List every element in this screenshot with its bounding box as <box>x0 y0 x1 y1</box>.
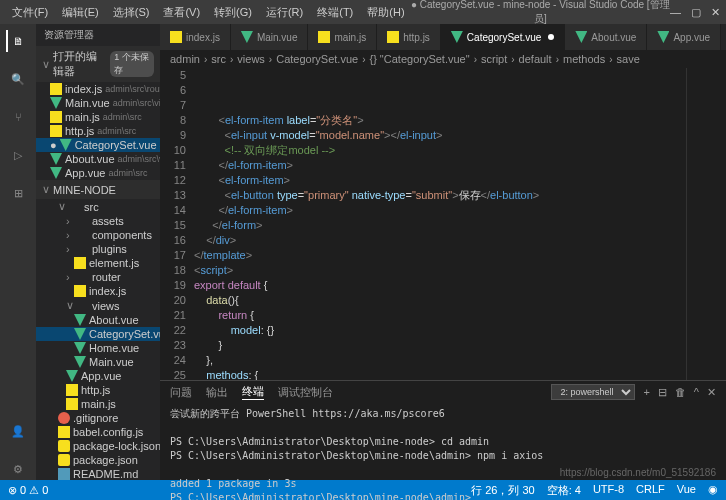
breadcrumb-item[interactable]: src <box>211 53 226 65</box>
tree-item[interactable]: About.vue <box>36 313 160 327</box>
code-editor[interactable]: 5678910111213141516171819202122232425262… <box>160 68 726 380</box>
tree-item[interactable]: main.js <box>36 397 160 411</box>
project-header[interactable]: ∨MINE-NODE <box>36 180 160 199</box>
add-terminal-icon[interactable]: + <box>643 386 649 398</box>
open-editor-item[interactable]: App.vue admin\src <box>36 166 160 180</box>
close-icon[interactable]: ✕ <box>711 6 720 19</box>
open-editor-item[interactable]: Main.vue admin\src\views <box>36 96 160 110</box>
trash-icon[interactable]: 🗑 <box>675 386 686 398</box>
status-item[interactable]: 行 26，列 30 <box>471 483 535 498</box>
editor-tab[interactable]: CategorySet.vue <box>441 24 566 50</box>
menu-item[interactable]: 终端(T) <box>311 3 359 22</box>
menu-item[interactable]: 转到(G) <box>208 3 258 22</box>
tree-item[interactable]: index.js <box>36 284 160 298</box>
editor-group: index.jsMain.vuemain.jshttp.jsCategorySe… <box>160 24 726 480</box>
window-title: ● CategorySet.vue - mine-node - Visual S… <box>411 0 670 26</box>
search-icon[interactable]: 🔍 <box>7 68 29 90</box>
breadcrumb-item[interactable]: default <box>519 53 552 65</box>
open-editor-item[interactable]: About.vue admin\src\vie... <box>36 152 160 166</box>
activity-bar: 🗎 🔍 ⑂ ▷ ⊞ 👤 ⚙ <box>0 24 36 480</box>
close-panel-icon[interactable]: ✕ <box>707 386 716 399</box>
source-control-icon[interactable]: ⑂ <box>7 106 29 128</box>
breadcrumb-item[interactable]: {} "CategorySet.vue" <box>369 53 469 65</box>
breadcrumb-item[interactable]: save <box>617 53 640 65</box>
menu-item[interactable]: 运行(R) <box>260 3 309 22</box>
status-errors[interactable]: ⊗ 0 ⚠ 0 <box>8 484 48 497</box>
breadcrumb-item[interactable]: views <box>237 53 265 65</box>
open-editor-item[interactable]: http.js admin\src <box>36 124 160 138</box>
sidebar-title: 资源管理器 <box>36 24 160 46</box>
tree-item[interactable]: ∨src <box>36 199 160 214</box>
panel-tab[interactable]: 输出 <box>206 385 228 400</box>
tree-item[interactable]: ›plugins <box>36 242 160 256</box>
breadcrumb-item[interactable]: methods <box>563 53 605 65</box>
breadcrumb[interactable]: admin › src › views › CategorySet.vue › … <box>160 50 726 68</box>
tree-item[interactable]: CategorySet.vue <box>36 327 160 341</box>
tree-item[interactable]: README.md <box>36 467 160 480</box>
panel-tab[interactable]: 问题 <box>170 385 192 400</box>
editor-tab[interactable]: About.vue <box>565 24 647 50</box>
open-editor-item[interactable]: ●CategorySet.vue admin... <box>36 138 160 152</box>
panel-tab[interactable]: 终端 <box>242 384 264 400</box>
editor-tabs: index.jsMain.vuemain.jshttp.jsCategorySe… <box>160 24 726 50</box>
editor-tab[interactable]: index.js <box>160 24 231 50</box>
status-item[interactable]: 空格: 4 <box>547 483 581 498</box>
breadcrumb-item[interactable]: script <box>481 53 507 65</box>
status-item[interactable]: UTF-8 <box>593 483 624 498</box>
menu-item[interactable]: 选择(S) <box>107 3 156 22</box>
panel-tabs: 问题输出终端调试控制台 2: powershell + ⊟ 🗑 ^ ✕ <box>160 381 726 403</box>
open-editor-item[interactable]: main.js admin\src <box>36 110 160 124</box>
status-item[interactable]: ◉ <box>708 483 718 498</box>
maximize-panel-icon[interactable]: ^ <box>694 386 699 398</box>
watermark: https://blog.csdn.net/m0_51592186 <box>560 467 716 478</box>
menu-item[interactable]: 查看(V) <box>157 3 206 22</box>
account-icon[interactable]: 👤 <box>7 420 29 442</box>
tree-item[interactable]: ∨views <box>36 298 160 313</box>
menu-bar: 文件(F)编辑(E)选择(S)查看(V)转到(G)运行(R)终端(T)帮助(H) <box>6 3 411 22</box>
window-controls: — ▢ ✕ <box>670 6 720 19</box>
status-item[interactable]: CRLF <box>636 483 665 498</box>
tree-item[interactable]: Main.vue <box>36 355 160 369</box>
explorer-icon[interactable]: 🗎 <box>6 30 28 52</box>
editor-tab[interactable]: Main.vue <box>231 24 309 50</box>
tree-item[interactable]: ›assets <box>36 214 160 228</box>
panel: 问题输出终端调试控制台 2: powershell + ⊟ 🗑 ^ ✕ 尝试新的… <box>160 380 726 480</box>
tree-item[interactable]: package-lock.json <box>36 439 160 453</box>
minimize-icon[interactable]: — <box>670 6 681 19</box>
editor-tab[interactable]: App.vue <box>647 24 721 50</box>
tree-item[interactable]: Home.vue <box>36 341 160 355</box>
menu-item[interactable]: 帮助(H) <box>361 3 410 22</box>
editor-tab[interactable]: main.js <box>308 24 377 50</box>
tree-item[interactable]: .gitignore <box>36 411 160 425</box>
line-numbers: 5678910111213141516171819202122232425262… <box>160 68 194 380</box>
maximize-icon[interactable]: ▢ <box>691 6 701 19</box>
tree-item[interactable]: element.js <box>36 256 160 270</box>
terminal-selector[interactable]: 2: powershell <box>551 384 635 400</box>
tree-item[interactable]: babel.config.js <box>36 425 160 439</box>
editor-tab[interactable]: http.js <box>377 24 441 50</box>
debug-icon[interactable]: ▷ <box>7 144 29 166</box>
minimap[interactable] <box>686 68 726 380</box>
extensions-icon[interactable]: ⊞ <box>7 182 29 204</box>
split-terminal-icon[interactable]: ⊟ <box>658 386 667 399</box>
open-editor-item[interactable]: index.js admin\src\router <box>36 82 160 96</box>
sidebar: 资源管理器 ∨打开的编辑器 1 个未保存 index.js admin\src\… <box>36 24 160 480</box>
breadcrumb-item[interactable]: admin <box>170 53 200 65</box>
tree-item[interactable]: http.js <box>36 383 160 397</box>
tree-item[interactable]: package.json <box>36 453 160 467</box>
tree-item[interactable]: App.vue <box>36 369 160 383</box>
titlebar: 文件(F)编辑(E)选择(S)查看(V)转到(G)运行(R)终端(T)帮助(H)… <box>0 0 726 24</box>
tree-item[interactable]: ›router <box>36 270 160 284</box>
panel-tab[interactable]: 调试控制台 <box>278 385 333 400</box>
open-editors-header[interactable]: ∨打开的编辑器 1 个未保存 <box>36 46 160 82</box>
tree-item[interactable]: ›components <box>36 228 160 242</box>
menu-item[interactable]: 编辑(E) <box>56 3 105 22</box>
status-item[interactable]: Vue <box>677 483 696 498</box>
menu-item[interactable]: 文件(F) <box>6 3 54 22</box>
gear-icon[interactable]: ⚙ <box>7 458 29 480</box>
breadcrumb-item[interactable]: CategorySet.vue <box>276 53 358 65</box>
